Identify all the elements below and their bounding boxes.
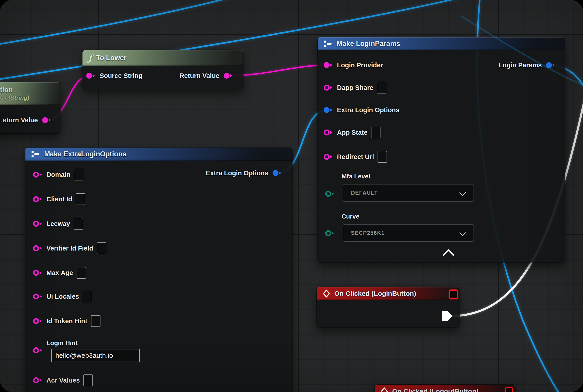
node-on-clicked-login-button[interactable]: On Clicked (LoginButton) (317, 287, 460, 327)
chevron-down-icon (459, 230, 466, 236)
node-text-box-partial[interactable]: tion ox (String) eturn Value (0, 82, 61, 133)
enum-pin-icon[interactable] (324, 190, 335, 198)
node-on-clicked-logout-button-header[interactable]: On Clicked (LogoutButton) (374, 385, 516, 392)
string-pin-icon[interactable] (32, 269, 43, 277)
wire-to-lower-to-login-provider (228, 65, 328, 76)
pin-label-redirect-url: Redirect Url (337, 153, 374, 161)
string-pin-icon[interactable] (32, 244, 43, 252)
string-pin-icon[interactable] (32, 346, 43, 354)
node-on-clicked-login-button-title: On Clicked (LoginButton) (334, 290, 416, 298)
id-token-hint-input[interactable] (91, 315, 100, 327)
node-make-extra-login-options[interactable]: Make ExtraLoginOptions Extra Login Optio… (25, 148, 292, 392)
pin-label-acr-values: Acr Values (46, 377, 80, 384)
pin-row-extra-login-options-in: Extra Login Options (323, 104, 400, 116)
pin-label-curve: Curve (342, 213, 359, 220)
make-struct-icon (31, 150, 40, 158)
return-value-label: eturn Value (3, 116, 38, 124)
wire-cyan-top-left (0, 0, 247, 45)
node-to-lower[interactable]: ƒ To Lower Source String Return Value (82, 50, 243, 90)
bound-event-badge-icon[interactable] (505, 387, 514, 392)
login-params-out-label: Login Params (498, 62, 542, 69)
string-pin-connected-icon[interactable] (42, 116, 52, 124)
string-pin-icon[interactable] (32, 376, 43, 384)
string-pin-icon[interactable] (323, 84, 334, 92)
node-to-lower-header[interactable]: ƒ To Lower (82, 50, 243, 66)
app-state-input[interactable] (371, 126, 380, 138)
string-pin-icon[interactable] (32, 292, 43, 300)
pin-label-login-hint: Login Hint (46, 340, 78, 347)
dapp-share-input[interactable] (377, 82, 386, 94)
string-pin-icon[interactable] (323, 128, 334, 136)
leeway-input[interactable] (74, 218, 83, 230)
node-make-extra-login-options-header[interactable]: Make ExtraLoginOptions (25, 148, 292, 161)
verifier-id-field-input[interactable] (97, 242, 106, 254)
bound-event-badge-icon[interactable] (449, 290, 458, 300)
node-make-login-params-header[interactable]: Make LoginParams (318, 37, 565, 50)
client-id-input[interactable] (76, 193, 85, 205)
pin-label-ui-locales: Ui Locales (46, 293, 79, 300)
enum-pin-icon[interactable] (324, 229, 335, 237)
pin-label-extra-login-options-in: Extra Login Options (337, 106, 400, 114)
function-icon: ƒ (88, 53, 92, 63)
pin-row-leeway: Leeway (32, 218, 83, 230)
pin-row-login-provider: Login Provider (323, 59, 383, 72)
curve-dropdown[interactable]: SECP256K1 (343, 224, 474, 242)
pin-row-app-state: App State (323, 126, 380, 139)
string-pin-connected-icon[interactable] (323, 61, 334, 69)
to-lower-return-label: Return Value (180, 72, 220, 80)
string-pin-icon[interactable] (32, 317, 43, 325)
exec-pin-icon[interactable] (441, 310, 454, 322)
node-make-login-params-title: Make LoginParams (336, 40, 400, 48)
login-hint-input[interactable]: hello@web3auth.io (51, 349, 140, 362)
string-pin-connected-icon[interactable] (86, 72, 96, 80)
extra-login-options-out-row: Extra Login Options (160, 167, 282, 179)
node-to-lower-title: To Lower (96, 54, 126, 62)
node-title-fragment: tion (0, 86, 13, 94)
string-pin-connected-icon[interactable] (223, 72, 234, 80)
node-subtitle-fragment: ox (String) (0, 94, 29, 102)
node-text-box-partial-header[interactable]: tion ox (String) (0, 82, 61, 105)
pin-row-domain: Domain (32, 168, 83, 181)
pin-label-domain: Domain (46, 171, 70, 178)
pin-row-verifier-id-field: Verifier Id Field (32, 242, 106, 254)
node-make-login-params[interactable]: Make LoginParams Login Params Login Prov… (318, 37, 565, 262)
source-string-row: Source String (86, 70, 142, 82)
pin-row-redirect-url: Redirect Url (323, 150, 387, 163)
pin-row-client-id: Client Id (32, 193, 85, 206)
pin-label-login-provider: Login Provider (337, 62, 383, 69)
string-pin-icon[interactable] (32, 220, 43, 228)
to-lower-return-row: Return Value (150, 70, 234, 82)
pin-label-leeway: Leeway (46, 220, 70, 228)
event-diamond-icon (322, 289, 330, 298)
event-diamond-icon (380, 387, 388, 392)
struct-pin-connected-icon[interactable] (546, 61, 556, 69)
return-value-out-row: eturn Value (0, 114, 52, 126)
mfa-level-dropdown[interactable]: DEFAULT (343, 184, 474, 202)
struct-pin-connected-icon[interactable] (272, 169, 282, 177)
node-on-clicked-logout-button[interactable]: On Clicked (LogoutButton) (374, 385, 516, 392)
extra-login-options-out-label: Extra Login Options (206, 170, 268, 177)
login-params-out-row: Login Params (453, 59, 556, 72)
pin-label-app-state: App State (337, 129, 368, 136)
curve-value: SECP256K1 (343, 230, 385, 236)
struct-pin-connected-icon[interactable] (323, 106, 334, 114)
redirect-url-input[interactable] (378, 151, 387, 163)
node-on-clicked-login-button-header[interactable]: On Clicked (LoginButton) (317, 287, 460, 300)
source-string-label: Source String (100, 72, 142, 80)
acr-values-input[interactable] (83, 374, 93, 386)
pin-label-verifier-id-field: Verifier Id Field (46, 245, 93, 252)
ui-locales-input[interactable] (83, 290, 92, 302)
domain-input[interactable] (74, 169, 83, 180)
string-pin-icon[interactable] (323, 153, 334, 161)
login-hint-value: hello@web3auth.io (56, 352, 113, 359)
pin-label-mfa-level: Mfa Level (342, 173, 370, 180)
string-pin-icon[interactable] (32, 195, 43, 203)
node-on-clicked-logout-button-title: On Clicked (LogoutButton) (392, 388, 478, 392)
chevron-down-icon (459, 190, 466, 196)
chevron-up-icon[interactable] (442, 249, 454, 261)
pin-label-max-age: Max Age (46, 269, 73, 277)
pin-label-id-token-hint: Id Token Hint (46, 318, 88, 325)
string-pin-icon[interactable] (32, 170, 43, 179)
blueprint-graph-canvas[interactable]: tion ox (String) eturn Value ƒ To Lower … (0, 0, 583, 392)
max-age-input[interactable] (76, 267, 86, 279)
